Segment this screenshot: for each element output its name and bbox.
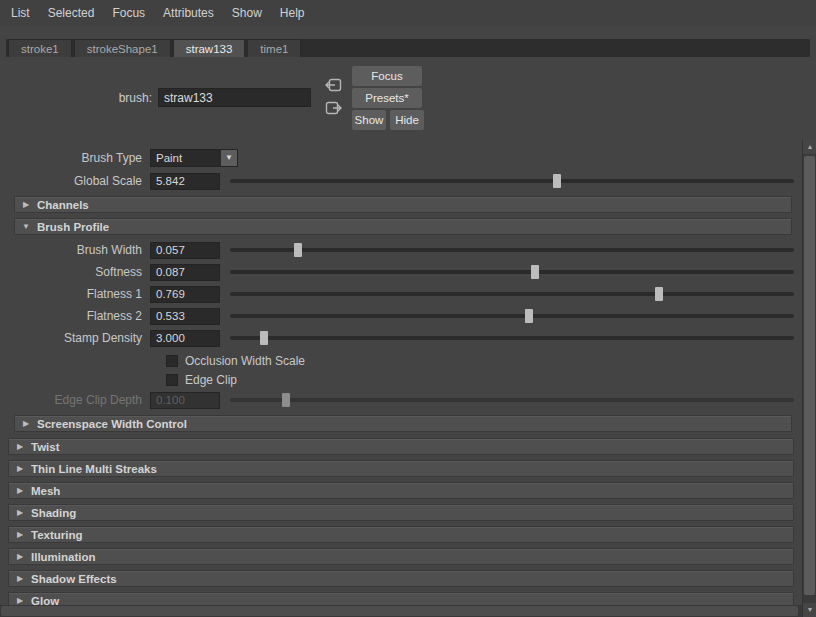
row-global-scale: Global Scale 5.842 [0, 170, 802, 192]
vertical-scrollbar[interactable]: ▲ ▼ [802, 140, 816, 617]
occlusion-width-scale-checkbox[interactable] [166, 355, 178, 367]
vertical-scrollbar-thumb[interactable] [804, 156, 815, 595]
edge-clip-depth-slider [230, 392, 794, 408]
row-edge-clip-depth: Edge Clip Depth 0.100 [0, 389, 802, 411]
tab-straw133[interactable]: straw133 [173, 39, 246, 57]
occlusion-width-scale-label: Occlusion Width Scale [185, 354, 305, 368]
softness-label: Softness [0, 265, 150, 279]
section-glow[interactable]: ▶ Glow [8, 592, 794, 605]
edge-clip-depth-field: 0.100 [150, 392, 220, 409]
slider-handle[interactable] [553, 174, 561, 188]
section-shadow-effects[interactable]: ▶ Shadow Effects [8, 570, 794, 587]
horizontal-scrollbar-thumb[interactable] [1, 606, 798, 616]
menu-focus[interactable]: Focus [103, 0, 154, 26]
horizontal-scrollbar[interactable] [0, 605, 802, 617]
show-button[interactable]: Show [352, 110, 386, 130]
section-label: Channels [37, 199, 89, 211]
row-brush-type: Brush Type Paint ▼ [0, 148, 802, 168]
stamp-density-field[interactable]: 3.000 [150, 330, 220, 347]
slider-track [230, 398, 794, 402]
section-illumination[interactable]: ▶ Illumination [8, 548, 794, 565]
brush-type-dropdown[interactable]: Paint ▼ [150, 149, 238, 167]
focus-button[interactable]: Focus [352, 66, 422, 86]
hide-button[interactable]: Hide [390, 110, 424, 130]
brush-type-value: Paint [151, 152, 221, 164]
brush-type-label: Brush Type [0, 151, 150, 165]
node-tab-bar: stroke1 strokeShape1 straw133 time1 [6, 39, 810, 57]
slider-track [230, 336, 794, 340]
section-label: Thin Line Multi Streaks [31, 463, 157, 475]
scroll-down-icon[interactable]: ▼ [803, 603, 816, 617]
section-mesh[interactable]: ▶ Mesh [8, 482, 794, 499]
tab-time1[interactable]: time1 [247, 39, 301, 57]
flatness1-field[interactable]: 0.769 [150, 286, 220, 303]
tab-stroke1[interactable]: stroke1 [8, 39, 72, 57]
collapsed-arrow-icon: ▶ [9, 552, 31, 561]
section-brush-profile[interactable]: ▼ Brush Profile [14, 218, 792, 235]
flatness2-slider[interactable] [230, 308, 794, 324]
chevron-down-icon: ▼ [221, 150, 237, 166]
copy-tab-icon[interactable] [325, 78, 342, 92]
attributes-panel: Brush Type Paint ▼ Global Scale 5.842 ▶ … [0, 140, 802, 605]
break-tab-icon[interactable] [325, 101, 342, 115]
row-flatness2: Flatness 2 0.533 [0, 305, 802, 327]
menu-show[interactable]: Show [223, 0, 271, 26]
menu-help[interactable]: Help [271, 0, 314, 26]
menu-list[interactable]: List [2, 0, 39, 26]
section-screenspace-width-control[interactable]: ▶ Screenspace Width Control [14, 415, 792, 432]
section-label: Texturing [31, 529, 83, 541]
brush-name-input[interactable] [158, 88, 311, 107]
flatness2-field[interactable]: 0.533 [150, 308, 220, 325]
node-header: brush: Focus Presets* Show Hide [0, 57, 816, 140]
expanded-arrow-icon: ▼ [15, 222, 37, 231]
attribute-editor-window: List Selected Focus Attributes Show Help… [0, 0, 816, 617]
stamp-density-slider[interactable] [230, 330, 794, 346]
menubar: List Selected Focus Attributes Show Help [0, 0, 816, 26]
collapsed-arrow-icon: ▶ [9, 530, 31, 539]
collapsed-arrow-icon: ▶ [9, 596, 31, 605]
global-scale-label: Global Scale [0, 174, 150, 188]
section-label: Glow [31, 595, 59, 606]
slider-track [230, 248, 794, 252]
section-label: Screenspace Width Control [37, 418, 187, 430]
global-scale-field[interactable]: 5.842 [150, 173, 220, 190]
slider-handle[interactable] [294, 243, 302, 257]
softness-slider[interactable] [230, 264, 794, 280]
section-channels[interactable]: ▶ Channels [14, 196, 792, 213]
brush-label: brush: [0, 91, 152, 105]
edge-clip-depth-label: Edge Clip Depth [0, 393, 150, 407]
slider-handle [282, 393, 290, 407]
flatness1-slider[interactable] [230, 286, 794, 302]
edge-clip-checkbox[interactable] [166, 374, 178, 386]
slider-track [230, 314, 794, 318]
brush-width-field[interactable]: 0.057 [150, 242, 220, 259]
brush-width-slider[interactable] [230, 242, 794, 258]
collapsed-arrow-icon: ▶ [9, 574, 31, 583]
section-label: Shadow Effects [31, 573, 117, 585]
stamp-density-label: Stamp Density [0, 331, 150, 345]
slider-handle[interactable] [525, 309, 533, 323]
section-texturing[interactable]: ▶ Texturing [8, 526, 794, 543]
collapsed-arrow-icon: ▶ [9, 464, 31, 473]
section-label: Twist [31, 441, 60, 453]
section-thin-line-multi-streaks[interactable]: ▶ Thin Line Multi Streaks [8, 460, 794, 477]
slider-handle[interactable] [260, 331, 268, 345]
presets-button[interactable]: Presets* [352, 88, 422, 108]
slider-track [230, 270, 794, 274]
tab-strokeshape1[interactable]: strokeShape1 [74, 39, 171, 57]
slider-handle[interactable] [655, 287, 663, 301]
collapsed-arrow-icon: ▶ [15, 200, 37, 209]
scroll-up-icon[interactable]: ▲ [803, 140, 816, 154]
section-label: Brush Profile [37, 221, 109, 233]
global-scale-slider[interactable] [230, 173, 794, 189]
slider-handle[interactable] [531, 265, 539, 279]
row-stamp-density: Stamp Density 3.000 [0, 327, 802, 349]
menu-attributes[interactable]: Attributes [154, 0, 223, 26]
menu-selected[interactable]: Selected [39, 0, 104, 26]
section-shading[interactable]: ▶ Shading [8, 504, 794, 521]
collapsed-arrow-icon: ▶ [15, 419, 37, 428]
brush-width-label: Brush Width [0, 243, 150, 257]
section-twist[interactable]: ▶ Twist [8, 438, 794, 455]
softness-field[interactable]: 0.087 [150, 264, 220, 281]
section-label: Illumination [31, 551, 96, 563]
